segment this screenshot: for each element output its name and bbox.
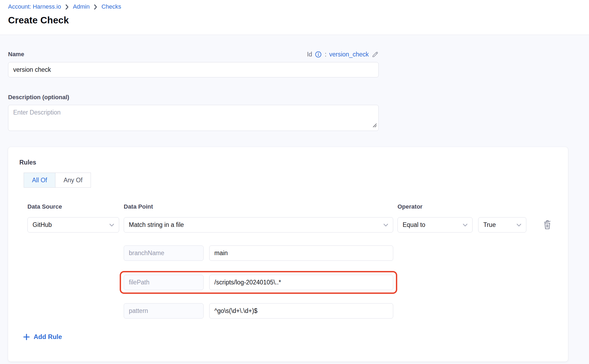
data-source-label: Data Source — [27, 203, 124, 210]
param-row-branchname: branchName — [124, 245, 409, 261]
rules-card: Rules All Of Any Of Data Source Data Poi… — [8, 147, 568, 362]
plus-icon — [23, 333, 30, 341]
data-point-label: Data Point — [124, 203, 398, 210]
name-input[interactable] — [8, 62, 379, 77]
param-row-filepath: filePath — [124, 275, 393, 290]
param-value-branchname[interactable] — [209, 245, 393, 261]
toggle-all-of[interactable]: All Of — [24, 173, 55, 188]
chevron-down-icon — [516, 221, 522, 229]
rule-row: Data Source Data Point Operator GitHub M… — [27, 203, 557, 319]
name-label: Name — [8, 51, 24, 58]
operator-boolean-value: True — [483, 221, 496, 229]
description-label: Description (optional) — [8, 94, 69, 101]
chevron-right-icon — [65, 4, 69, 10]
chevron-down-icon — [462, 221, 468, 229]
info-icon[interactable] — [315, 51, 322, 58]
chevron-down-icon — [383, 221, 389, 229]
param-key-branchname: branchName — [124, 245, 204, 261]
id-group: Id : version_check — [307, 51, 379, 58]
param-value-filepath[interactable] — [209, 275, 393, 290]
rules-combinator-toggle: All Of Any Of — [24, 173, 91, 188]
id-value-link[interactable]: version_check — [329, 51, 369, 58]
toggle-any-of[interactable]: Any Of — [55, 173, 91, 188]
page-header: Account: Harness.io Admin Checks Create … — [0, 0, 589, 35]
data-point-value: Match string in a file — [129, 221, 184, 229]
breadcrumb-admin[interactable]: Admin — [73, 3, 90, 10]
operator-value: Equal to — [403, 221, 425, 229]
chevron-down-icon — [109, 221, 115, 229]
breadcrumb-checks[interactable]: Checks — [101, 3, 121, 10]
resize-grip-icon[interactable] — [372, 122, 377, 129]
id-separator: : — [325, 51, 327, 58]
id-label: Id — [307, 51, 312, 58]
param-key-pattern: pattern — [124, 303, 204, 319]
edit-pencil-icon[interactable] — [371, 51, 379, 58]
name-field-group: Name Id : version_check — [8, 50, 379, 77]
page-title: Create Check — [8, 15, 581, 26]
data-source-select[interactable]: GitHub — [27, 217, 119, 233]
annotation-highlight-filepath: filePath — [120, 271, 397, 294]
rules-title: Rules — [19, 159, 557, 166]
breadcrumb: Account: Harness.io Admin Checks — [8, 0, 581, 10]
data-point-select[interactable]: Match string in a file — [124, 217, 393, 233]
add-rule-button[interactable]: Add Rule — [23, 333, 62, 341]
param-row-pattern: pattern — [124, 303, 409, 319]
add-rule-label: Add Rule — [34, 333, 62, 341]
breadcrumb-account[interactable]: Account: Harness.io — [8, 3, 61, 10]
operator-label: Operator — [398, 203, 423, 210]
rule-params: branchName filePath pattern — [124, 245, 409, 319]
operator-value-select[interactable]: True — [478, 217, 526, 233]
delete-rule-button[interactable] — [542, 219, 553, 231]
main-content: Name Id : version_check Description (opt… — [0, 35, 589, 362]
param-key-filepath: filePath — [124, 275, 204, 290]
param-value-pattern[interactable] — [209, 303, 393, 319]
operator-select[interactable]: Equal to — [398, 217, 473, 233]
description-field-group: Description (optional) — [8, 93, 379, 131]
trash-icon — [542, 219, 552, 231]
chevron-right-icon — [94, 4, 97, 10]
data-source-value: GitHub — [33, 221, 52, 229]
description-textarea[interactable] — [8, 105, 379, 131]
